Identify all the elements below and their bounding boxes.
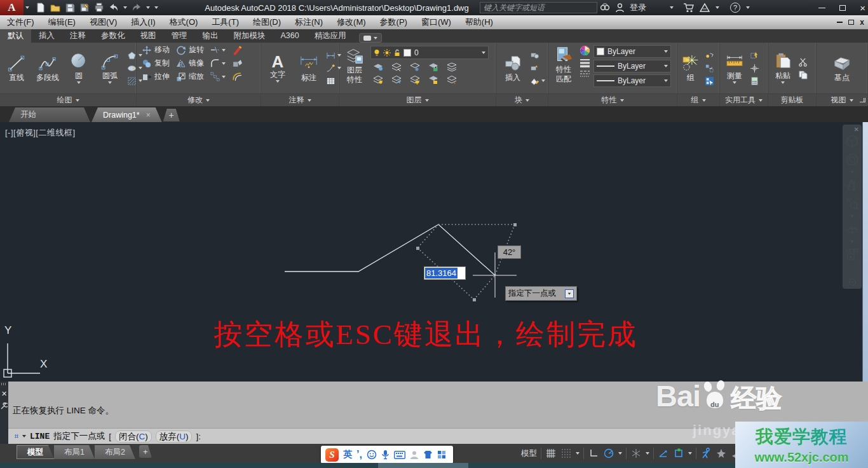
command-recent-caret[interactable]: [22, 435, 26, 437]
ime-emoji-icon[interactable]: [367, 450, 377, 460]
ime-keyboard-icon[interactable]: [394, 451, 405, 459]
object-color-select[interactable]: ByLayer: [593, 45, 671, 58]
layer-select[interactable]: 0: [370, 46, 489, 59]
layer-lock-icon[interactable]: [428, 62, 438, 72]
ribbon-tab-output[interactable]: 输出: [195, 29, 226, 43]
menu-edit[interactable]: 编辑(E): [41, 15, 83, 29]
ribbon-tab-a360[interactable]: A360: [273, 29, 307, 43]
panel-label-clipboard[interactable]: 剪贴板: [768, 93, 816, 106]
menu-parametric[interactable]: 参数(P): [373, 15, 414, 29]
ribbon-tab-manage[interactable]: 管理: [164, 29, 195, 43]
save-icon[interactable]: [65, 3, 75, 13]
dynamic-input-length[interactable]: 81.3164: [424, 266, 466, 280]
command-recent-icon[interactable]: [15, 434, 18, 438]
arc-button[interactable]: 圆弧: [96, 52, 124, 85]
new-drawing-tab-button[interactable]: +: [163, 109, 180, 121]
doc-close-button[interactable]: x: [860, 18, 864, 27]
ime-toolbox-icon[interactable]: [437, 450, 446, 459]
snap-caret[interactable]: [576, 452, 580, 455]
plot-icon[interactable]: [94, 3, 104, 13]
orbit-icon[interactable]: [845, 222, 859, 236]
ime-punctuation-toggle[interactable]: ’,: [356, 451, 362, 458]
object-snap-toggle[interactable]: [673, 448, 684, 459]
redo-caret[interactable]: [146, 6, 150, 9]
ribbon-tab-addins[interactable]: 附加模块: [226, 29, 273, 43]
layout-tab-layout1[interactable]: 布局1: [54, 445, 95, 459]
menu-format[interactable]: 格式(O): [163, 15, 205, 29]
isodraft-caret[interactable]: [646, 452, 649, 455]
dyn-options-button[interactable]: [565, 289, 574, 298]
ime-voice-icon[interactable]: [381, 450, 390, 460]
polyline-button[interactable]: 多段线: [34, 53, 62, 83]
offset-icon[interactable]: [232, 71, 243, 82]
ortho-toggle[interactable]: [588, 448, 599, 459]
fillet-button[interactable]: [210, 59, 226, 68]
lineweight-select[interactable]: ByLayer: [593, 60, 671, 72]
navbar-collapse-icon[interactable]: [849, 279, 856, 286]
doc-restore-button[interactable]: [848, 20, 854, 25]
insert-block-button[interactable]: 插入: [499, 53, 527, 83]
maximize-button[interactable]: [839, 5, 846, 11]
ime-skin-icon[interactable]: [423, 450, 433, 459]
layer-walk-icon[interactable]: [447, 75, 457, 85]
layer-off-icon[interactable]: [373, 62, 383, 72]
command-customize-icon[interactable]: [1, 403, 8, 410]
measure-button[interactable]: 测量: [722, 52, 747, 85]
layer-turnon-icon[interactable]: [373, 75, 383, 85]
search-input[interactable]: [484, 3, 593, 12]
autoscale-toggle[interactable]: [715, 448, 727, 459]
help-icon[interactable]: ?: [730, 3, 740, 13]
group-edit-button[interactable]: [705, 64, 714, 73]
annotation-visibility-toggle[interactable]: [700, 448, 712, 459]
trim-button[interactable]: [210, 45, 226, 55]
qat-customize-caret[interactable]: [154, 6, 158, 9]
menu-modify[interactable]: 修改(M): [330, 15, 373, 29]
copy-clip-button[interactable]: [798, 70, 808, 79]
close-button[interactable]: ×: [860, 3, 865, 13]
login-caret[interactable]: [670, 6, 674, 9]
circle-button[interactable]: 圆: [65, 52, 93, 85]
app-menu-button[interactable]: A: [0, 0, 24, 15]
a360-caret[interactable]: [715, 6, 719, 9]
sogou-logo-icon[interactable]: S: [325, 448, 339, 462]
open-file-icon[interactable]: [50, 3, 60, 13]
menu-file[interactable]: 文件(F): [0, 15, 41, 29]
define-attributes-button[interactable]: [530, 76, 545, 86]
a360-icon[interactable]: [700, 3, 710, 13]
cart-icon[interactable]: [683, 3, 694, 13]
wheel-caret[interactable]: [850, 171, 854, 174]
menu-insert[interactable]: 插入(I): [124, 15, 162, 29]
layer-thaw-all-icon[interactable]: [410, 75, 420, 85]
layout-tab-model[interactable]: 模型: [17, 445, 54, 459]
layer-match-icon[interactable]: [447, 62, 457, 72]
match-properties-button[interactable]: 特性 匹配: [551, 45, 576, 85]
showmotion-icon[interactable]: [845, 247, 859, 261]
new-layout-button[interactable]: +: [139, 445, 152, 458]
drawing-canvas[interactable]: [-][俯视][二维线框] Y X 81.3164 42° 指定下一点或 按空格…: [0, 122, 868, 382]
panel-label-view[interactable]: 视图: [817, 93, 867, 106]
layer-properties-button[interactable]: 图层 特性: [342, 46, 367, 85]
ime-language-toggle[interactable]: 英: [343, 449, 352, 460]
panel-label-draw[interactable]: 绘图: [0, 93, 136, 106]
search-icon[interactable]: [600, 3, 610, 12]
doc-minimize-button[interactable]: [837, 22, 843, 23]
object-snap-tracking-toggle[interactable]: [658, 448, 669, 459]
stretch-button[interactable]: 拉伸: [142, 71, 170, 82]
file-tab-start[interactable]: 开始: [9, 107, 90, 122]
quick-select-button[interactable]: [750, 51, 759, 60]
save-as-icon[interactable]: [79, 3, 90, 13]
isodraft-toggle[interactable]: [630, 448, 642, 459]
new-file-icon[interactable]: [36, 3, 46, 13]
zoom-icon[interactable]: [845, 196, 859, 210]
copy-button[interactable]: 复制: [142, 58, 170, 69]
ribbon-tab-view[interactable]: 视图: [133, 29, 164, 43]
ribbon-tab-home[interactable]: 默认: [0, 29, 31, 43]
point-button[interactable]: [750, 64, 759, 73]
basepoint-button[interactable]: 基点: [828, 53, 856, 83]
layer-unlock-all-icon[interactable]: [428, 75, 438, 85]
ungroup-button[interactable]: [705, 51, 714, 60]
layer-freeze-icon[interactable]: [410, 62, 420, 72]
line-button[interactable]: 直线: [3, 53, 31, 83]
array-button[interactable]: [210, 72, 226, 81]
erase-icon[interactable]: [232, 45, 243, 55]
